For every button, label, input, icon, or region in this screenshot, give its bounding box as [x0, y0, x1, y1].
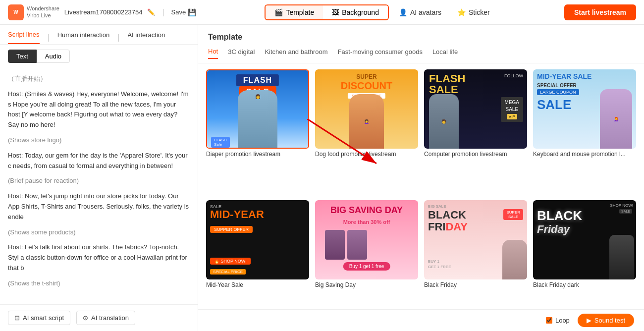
template-image-1: FLASH SALE 👩 FLASHSale [206, 69, 309, 149]
save-button[interactable]: Save 💾 [171, 8, 197, 16]
template-label-8: Black Friday dark [533, 281, 636, 288]
topbar-center: 🎬 Template 🖼 Background 👤 AI avatars ⭐ S… [265, 4, 495, 20]
template-card-7[interactable]: BIG SALE BLACKFRIDAY SUPERSALE BUY 1GET … [424, 200, 527, 325]
category-kitchen[interactable]: Kitchen and bathroom [265, 48, 327, 58]
template-icon: 🎬 [274, 8, 283, 16]
brand-logo: W Wondershare Virbo Live [8, 4, 59, 20]
category-local[interactable]: Local life [432, 48, 458, 58]
template-card-6[interactable]: BIG SAVING DAYMore than 30% off Buy 1 ge… [315, 200, 418, 325]
audio-tab[interactable]: Audio [37, 50, 70, 63]
script-line-9: (Shows the t-shirt) [8, 278, 190, 289]
human-interaction-nav[interactable]: Human interaction [57, 31, 110, 44]
script-lines-nav[interactable]: Script lines [8, 31, 40, 44]
template-card-5[interactable]: SALE MID-YEAR SUPPER OFFER 🔥 SHOP NOW! S… [206, 200, 309, 325]
topbar-left: W Wondershare Virbo Live Livestream17080… [8, 4, 196, 20]
script-line-1: （直播开始） [8, 74, 190, 84]
sticker-icon: ⭐ [457, 8, 466, 16]
bottom-bar: Loop ▶ Sound test [198, 309, 644, 331]
template-categories: Hot 3C digital Kitchen and bathroom Fast… [208, 48, 634, 59]
stream-id: Livestream1708000223754 [64, 8, 143, 16]
background-tab[interactable]: 🖼 Background [323, 5, 388, 19]
category-hot[interactable]: Hot [208, 48, 218, 59]
template-label-3: Computer promotion livestream [424, 151, 527, 158]
template-tab[interactable]: 🎬 Template [266, 5, 323, 19]
sound-test-button[interactable]: ▶ Sound test [578, 314, 634, 327]
script-line-3: (Shows store logo) [8, 135, 190, 146]
main-layout: Script lines | Human interaction | AI in… [0, 25, 644, 331]
brand-icon: W [8, 4, 24, 20]
template-header: Template Hot 3C digital Kitchen and bath… [198, 25, 644, 63]
play-icon: ▶ [587, 317, 591, 324]
ai-translation-button[interactable]: ⊙ AI translation [76, 311, 135, 325]
script-nav: Script lines | Human interaction | AI in… [0, 25, 198, 45]
template-card-8[interactable]: SHOP NOW! BLACKFriday SALE Black Friday … [533, 200, 636, 325]
template-panel: Template Hot 3C digital Kitchen and bath… [198, 25, 644, 331]
template-image-6: BIG SAVING DAYMore than 30% off Buy 1 ge… [315, 200, 418, 279]
template-image-7: BIG SALE BLACKFRIDAY SUPERSALE BUY 1GET … [424, 200, 527, 279]
template-card-4[interactable]: MID-YEAR SALESPECIAL OFFER LARGE COUPON … [533, 69, 636, 194]
left-panel: Script lines | Human interaction | AI in… [0, 25, 198, 331]
save-icon: 💾 [188, 8, 196, 16]
template-card-1[interactable]: FLASH SALE 👩 FLASHSale Diaper promotion … [206, 69, 309, 194]
topbar-right: Start livestream [564, 4, 636, 20]
template-label-1: Diaper promotion livestream [206, 151, 309, 158]
template-background-tabs: 🎬 Template 🖼 Background [265, 4, 389, 20]
text-audio-tabs: Text Audio [0, 45, 198, 68]
template-image-5: SALE MID-YEAR SUPPER OFFER 🔥 SHOP NOW! S… [206, 200, 309, 279]
nav-separator2: | [117, 33, 119, 42]
template-panel-title: Template [208, 33, 634, 42]
nav-separator: | [48, 33, 50, 42]
template-image-3: FLASHSALE FOLLOW MEGASALEVIP 🧑 [424, 69, 527, 149]
template-image-2: SUPER DISCOUNT SPECIAL PRICE 👩‍🦱 [315, 69, 418, 149]
template-label-4: Keyboard and mouse promotion l... [533, 151, 636, 158]
script-line-6: Host: Now, let's jump right into our sto… [8, 191, 190, 222]
template-label-2: Dog food promotion livestream [315, 151, 418, 158]
script-line-8: Host: Let's talk first about our shirts.… [8, 242, 190, 273]
script-bottom-bar: ⊡ AI smart script ⊙ AI translation [0, 304, 198, 331]
brand-name: Wondershare Virbo Live [27, 5, 59, 18]
script-line-5: (Brief pause for reaction) [8, 176, 190, 186]
divider: | [162, 8, 164, 17]
ai-avatars-icon: 👤 [399, 8, 407, 16]
category-3c[interactable]: 3C digital [228, 48, 255, 58]
ai-avatars-nav[interactable]: 👤 AI avatars [393, 5, 447, 19]
template-image-8: SHOP NOW! BLACKFriday SALE [533, 200, 636, 279]
template-card-3[interactable]: FLASHSALE FOLLOW MEGASALEVIP 🧑 Computer … [424, 69, 527, 194]
text-tab[interactable]: Text [8, 50, 37, 63]
right-panel: Template Hot 3C digital Kitchen and bath… [198, 25, 644, 331]
template-image-4: MID-YEAR SALESPECIAL OFFER LARGE COUPON … [533, 69, 636, 149]
edit-icon[interactable]: ✏️ [147, 8, 155, 16]
script-line-4: Host: Today, our gem for the day is the … [8, 151, 190, 171]
template-label-6: Big Saving Day [315, 281, 418, 288]
start-livestream-button[interactable]: Start livestream [564, 4, 636, 20]
ai-interaction-nav[interactable]: AI interaction [127, 31, 165, 44]
sticker-nav[interactable]: ⭐ Sticker [451, 5, 496, 19]
ai-smart-script-icon: ⊡ [14, 314, 20, 322]
template-label-5: Mid-Year Sale [206, 281, 309, 288]
topbar: W Wondershare Virbo Live Livestream17080… [0, 0, 644, 25]
loop-checkbox[interactable] [546, 317, 552, 324]
category-fastmoving[interactable]: Fast-moving consumer goods [338, 48, 423, 58]
ai-translation-icon: ⊙ [83, 314, 88, 322]
script-line-7: (Shows some products) [8, 227, 190, 238]
template-label-7: Black Friday [424, 281, 527, 288]
template-grid: FLASH SALE 👩 FLASHSale Diaper promotion … [198, 63, 644, 331]
background-icon: 🖼 [332, 8, 339, 16]
ai-smart-script-button[interactable]: ⊡ AI smart script [8, 311, 70, 325]
script-content: （直播开始） Host: (Smiles & waves) Hey, every… [0, 68, 198, 304]
loop-button[interactable]: Loop [546, 317, 570, 324]
template-card-2[interactable]: SUPER DISCOUNT SPECIAL PRICE 👩‍🦱 Dog foo… [315, 69, 418, 194]
script-line-2: Host: (Smiles & waves) Hey, everyone! We… [8, 89, 190, 130]
